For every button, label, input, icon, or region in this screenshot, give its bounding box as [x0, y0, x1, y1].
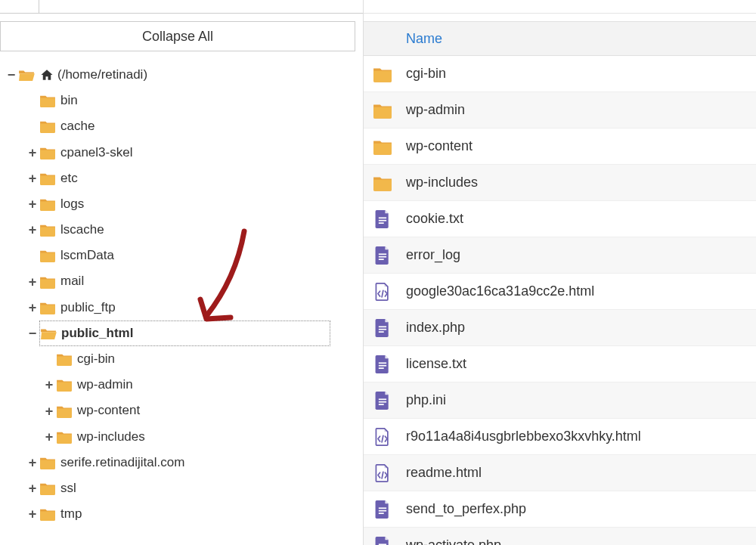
file-name: license.txt [406, 356, 466, 372]
collapse-all-button[interactable]: Collapse All [0, 21, 355, 51]
tree-item[interactable]: +bin [6, 88, 363, 113]
tree-item-label: tmp [60, 502, 82, 526]
folder-icon [39, 146, 56, 159]
folder-icon [56, 352, 73, 366]
folder-icon [39, 172, 56, 185]
document-file-icon [373, 210, 392, 228]
file-list: cgi-binwp-adminwp-contentwp-includescook… [364, 56, 756, 545]
document-file-icon [373, 319, 392, 337]
tree-item[interactable]: +wp-includes [6, 424, 363, 450]
folder-icon [39, 456, 56, 469]
folder-icon [39, 301, 56, 314]
tree-item[interactable]: +mail [6, 269, 363, 295]
column-header-label: Name [406, 31, 442, 47]
expand-icon[interactable]: + [27, 191, 38, 217]
file-row[interactable]: wp-activate.php [364, 528, 756, 545]
file-name: wp-activate.php [406, 537, 501, 545]
folder-icon [373, 174, 392, 192]
html-file-icon [373, 428, 392, 446]
file-row[interactable]: php.ini [364, 382, 756, 419]
folder-open-icon [18, 68, 35, 82]
expand-icon[interactable]: + [27, 501, 38, 527]
file-name: send_to_perfex.php [406, 501, 526, 517]
tree-item-label: lscmData [60, 243, 114, 268]
tree-item[interactable]: +cache [6, 113, 363, 139]
file-row[interactable]: wp-admin [364, 92, 756, 129]
home-icon [39, 68, 54, 82]
folder-icon [373, 101, 392, 119]
column-header-name[interactable]: Name [364, 21, 756, 56]
expand-icon[interactable]: + [27, 269, 38, 295]
file-row[interactable]: google30ac16ca31a9cc2e.html [364, 274, 756, 310]
file-row[interactable]: cookie.txt [364, 201, 756, 237]
tree-item[interactable]: −public_html [6, 320, 363, 346]
file-name: google30ac16ca31a9cc2e.html [406, 283, 594, 299]
tree-item[interactable]: +lscmData [6, 243, 363, 268]
file-row[interactable]: cgi-bin [364, 56, 756, 92]
expand-icon[interactable]: + [44, 372, 54, 398]
tree-item-label: logs [60, 192, 84, 216]
tree-item-label: etc [60, 166, 78, 190]
file-list-panel: Name cgi-binwp-adminwp-contentwp-include… [363, 0, 756, 545]
tree-item-label: serife.retinadijital.com [60, 451, 184, 475]
tree-item[interactable]: +tmp [6, 501, 363, 527]
collapse-icon[interactable]: − [27, 320, 38, 346]
document-file-icon [373, 355, 392, 373]
folder-icon [39, 197, 56, 211]
file-row[interactable]: readme.html [364, 455, 756, 491]
tree-item-label: ssl [60, 476, 76, 500]
file-row[interactable]: license.txt [364, 346, 756, 382]
tree-item[interactable]: +ssl [6, 475, 363, 501]
tree-root[interactable]: − (/home/retinadi) [6, 62, 363, 88]
tree-item-label: public_ftp [60, 296, 116, 320]
tree-item-label: cgi-bin [77, 347, 115, 371]
file-row[interactable]: r9o11a4a8i4usgbrlebbexo3kxvhky.html [364, 419, 756, 455]
tree-item-label: wp-admin [77, 373, 133, 397]
expand-icon[interactable]: + [44, 424, 54, 450]
file-row[interactable]: send_to_perfex.php [364, 491, 756, 528]
file-row[interactable]: index.php [364, 310, 756, 346]
collapse-all-label: Collapse All [142, 29, 213, 45]
file-name: readme.html [406, 465, 482, 481]
folder-icon [373, 65, 392, 83]
tree-item[interactable]: +logs [6, 191, 363, 217]
file-name: cookie.txt [406, 211, 463, 227]
top-bar [0, 0, 363, 14]
expand-icon[interactable]: + [27, 166, 38, 191]
expand-icon[interactable]: + [27, 217, 38, 243]
file-row[interactable]: wp-content [364, 129, 756, 165]
tree-item[interactable]: +public_ftp [6, 295, 363, 320]
folder-icon [56, 404, 73, 418]
tree-item[interactable]: +cpanel3-skel [6, 140, 363, 166]
tree-item-label: wp-content [77, 398, 140, 423]
file-row[interactable]: error_log [364, 237, 756, 274]
folder-icon [39, 482, 56, 495]
expand-icon[interactable]: + [44, 398, 54, 424]
tree-item[interactable]: +lscache [6, 217, 363, 243]
expand-icon[interactable]: + [27, 295, 38, 320]
tree-item-label: lscache [60, 218, 104, 242]
expand-icon[interactable]: + [27, 475, 38, 501]
folder-icon [39, 94, 56, 107]
folder-icon [39, 507, 56, 521]
top-bar-right [364, 0, 756, 14]
document-file-icon [373, 500, 392, 519]
expand-icon[interactable]: + [27, 140, 38, 166]
tree-item-label: wp-includes [77, 425, 145, 449]
expand-icon[interactable]: + [27, 450, 38, 475]
tree-item[interactable]: +serife.retinadijital.com [6, 450, 363, 475]
html-file-icon [373, 464, 392, 482]
tree-item-label: cache [60, 114, 94, 138]
document-file-icon [373, 392, 392, 410]
tree-item[interactable]: +wp-admin [6, 372, 363, 398]
folder-icon [39, 119, 56, 133]
tree-item[interactable]: +etc [6, 166, 363, 191]
tree-item[interactable]: +wp-content [6, 398, 363, 424]
tree-item[interactable]: +cgi-bin [6, 346, 363, 372]
toggle-icon[interactable]: − [6, 62, 17, 88]
file-row[interactable]: wp-includes [364, 165, 756, 201]
folder-icon [373, 138, 392, 156]
file-name: cgi-bin [406, 66, 446, 82]
folder-tree: − (/home/retinadi) +bin+cache+cpanel3-sk… [0, 59, 363, 527]
selected-folder[interactable]: public_html [39, 320, 330, 346]
